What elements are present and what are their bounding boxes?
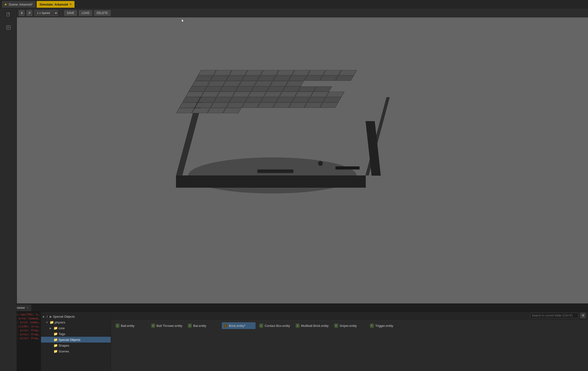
file-name-contact-box: Contact Box.entity [264, 324, 290, 327]
svg-rect-55 [214, 97, 232, 102]
scene-dot [5, 4, 7, 5]
folder-special-objects-icon: 📁 [53, 338, 58, 342]
tab-bar: Scene: Arkanoid* Simulate: Arkanoid ✕ [0, 0, 588, 9]
tags-label: Tags [59, 332, 65, 336]
folder-tree: ▶ / ▶ Special Objects ▼ 📁 physics ▶ 📁 co… [41, 312, 111, 371]
file-item-bat-entity[interactable]: E Bat.entity [186, 322, 220, 329]
sidebar-document-icon[interactable] [5, 24, 12, 31]
svg-rect-17 [195, 76, 213, 81]
asset-browser-tab-close[interactable]: ✕ [27, 306, 29, 309]
main-viewport[interactable] [17, 17, 588, 304]
tab-simulate-label: Simulate: Arkanoid [40, 3, 68, 6]
file-item-contact-box-entity[interactable]: E Contact Box.entity [257, 322, 292, 329]
folder-core-icon: 📁 [53, 326, 58, 330]
svg-rect-14 [308, 70, 326, 75]
file-name-sniper: Sniper.entity [339, 324, 357, 327]
svg-rect-8 [214, 70, 232, 75]
svg-rect-40 [283, 86, 300, 91]
delete-button[interactable]: DELETE [94, 10, 111, 16]
svg-rect-51 [311, 92, 329, 97]
svg-rect-39 [267, 86, 285, 91]
svg-rect-20 [242, 76, 260, 81]
pause-button[interactable]: ⏸ [19, 10, 25, 16]
tab-simulate-close[interactable]: ✕ [69, 3, 72, 6]
special-objects-top-label: Special Objects [53, 315, 75, 318]
svg-rect-36 [220, 86, 238, 91]
tree-item-root[interactable]: ▶ / ▶ Special Objects [41, 314, 111, 319]
svg-rect-71 [304, 103, 322, 108]
refresh-button[interactable]: ↺ [27, 10, 32, 16]
svg-rect-50 [295, 92, 313, 97]
file-item-multiball-brick-entity[interactable]: E Multiball Brick.entity [294, 322, 331, 329]
bottom-content: igidDynamic.cpp(230): error: PxRige ty.c… [0, 312, 588, 371]
svg-rect-27 [192, 81, 210, 86]
svg-rect-58 [261, 97, 278, 102]
file-item-trigger-entity[interactable]: E Trigger.entity [368, 322, 402, 329]
svg-rect-21 [257, 76, 275, 81]
svg-rect-16 [339, 70, 357, 75]
load-button[interactable]: LOAD [79, 10, 92, 16]
svg-rect-45 [217, 92, 235, 97]
tree-item-physics[interactable]: ▼ 📁 physics [41, 319, 111, 325]
bottom-panel: Asset Browser ✕ igidDynamic.cpp(230): er… [0, 304, 588, 371]
svg-rect-56 [230, 97, 247, 102]
save-button[interactable]: SAVE [64, 10, 77, 16]
tree-arrow-core: ▶ [50, 327, 52, 329]
svg-rect-76 [223, 108, 241, 113]
file-item-brick-entity[interactable]: E Brick.entity* [222, 322, 256, 329]
folder-physics-icon: 📁 [50, 320, 54, 324]
scenes-label: Scenes [59, 349, 69, 353]
svg-rect-74 [192, 108, 210, 113]
svg-rect-54 [198, 97, 216, 102]
tab-scene-label: Scene: Arkanoid* [9, 3, 33, 6]
svg-rect-33 [286, 81, 304, 86]
svg-rect-1 [8, 13, 10, 14]
svg-rect-47 [248, 92, 266, 97]
search-input[interactable] [530, 313, 578, 318]
grid-view-button[interactable]: ⊞ [580, 313, 586, 318]
file-grid: E Ball.entity E Ball Thrower.entity E Ba… [111, 319, 588, 371]
svg-rect-53 [182, 97, 200, 102]
svg-rect-46 [232, 92, 250, 97]
entity-icon-brick: E [224, 324, 227, 327]
tree-item-special-objects[interactable]: ▶ 📁 Special Objects [41, 337, 111, 343]
svg-rect-29 [223, 81, 241, 86]
file-toolbar: ⊞ [111, 312, 588, 319]
svg-rect-31 [254, 81, 272, 86]
tree-item-tags[interactable]: ▶ 📁 Tags [41, 331, 111, 337]
tree-item-scenes[interactable]: ▶ 📁 Scenes [41, 348, 111, 354]
svg-rect-77 [257, 169, 294, 173]
svg-rect-44 [201, 92, 219, 97]
left-sidebar [0, 9, 17, 371]
tree-item-shapes[interactable]: ▶ 📁 Shapes [41, 343, 111, 348]
svg-rect-49 [279, 92, 297, 97]
sidebar-file-icon[interactable] [5, 11, 12, 19]
svg-rect-61 [308, 97, 326, 102]
tree-item-core[interactable]: ▶ 📁 core [41, 325, 111, 331]
file-name-ball: Ball.entity [121, 324, 134, 327]
shapes-label: Shapes [59, 344, 69, 347]
svg-rect-35 [204, 86, 222, 91]
tree-arrow-root: ▶ [43, 315, 46, 318]
svg-rect-66 [226, 103, 244, 108]
svg-rect-59 [276, 97, 294, 102]
svg-rect-57 [245, 97, 263, 102]
svg-rect-63 [179, 103, 197, 108]
file-name-bat: Bat.entity [193, 324, 206, 327]
svg-rect-70 [289, 103, 307, 108]
tab-simulate[interactable]: Simulate: Arkanoid ✕ [37, 1, 74, 8]
svg-rect-23 [289, 76, 307, 81]
svg-rect-25 [320, 76, 338, 81]
speed-select[interactable]: 1 x Speed 0.5 x Speed 2 x Speed [34, 10, 58, 16]
entity-icon-multiball-brick: E [296, 324, 299, 327]
svg-rect-68 [257, 103, 275, 108]
file-name-trigger: Trigger.entity [375, 324, 393, 327]
file-item-sniper-entity[interactable]: E Sniper.entity [332, 322, 366, 329]
file-item-ball-entity[interactable]: E Ball.entity [114, 322, 147, 329]
svg-rect-41 [298, 86, 316, 91]
core-label: core [59, 326, 65, 330]
scene-3d [17, 17, 588, 304]
tab-scene[interactable]: Scene: Arkanoid* [2, 1, 36, 8]
file-item-ball-thrower-entity[interactable]: E Ball Thrower.entity [149, 322, 184, 329]
tree-arrow-special: ▶ [50, 315, 52, 318]
